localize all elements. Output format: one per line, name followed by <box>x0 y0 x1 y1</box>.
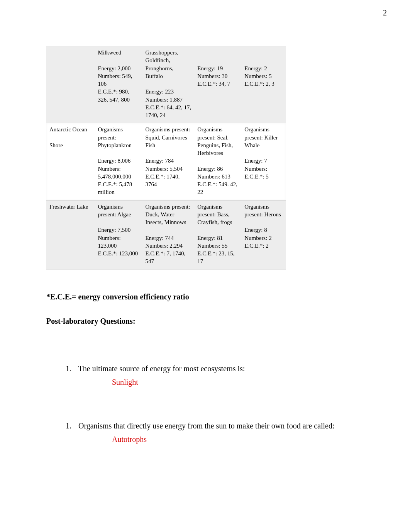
cell: Organisms present: Killer Whale Energy: … <box>244 126 283 180</box>
table-row: Antarctic Ocean Shore Organisms present:… <box>46 123 286 200</box>
table-row: Freshwater Lake Organisms present: Algae… <box>46 200 286 269</box>
list-item: 1. Organisms that directly use energy fr… <box>66 422 364 444</box>
cell: Antarctic Ocean Shore <box>49 126 91 149</box>
post-lab-heading: Post-laboratory Questions: <box>46 317 364 326</box>
footnote-text: *E.C.E.= energy conversion efficiency ra… <box>46 292 364 301</box>
question-text: The ultimate source of energy for most e… <box>78 364 245 373</box>
cell: Organisms present: Algae Energy: 7,500 N… <box>98 203 139 258</box>
list-item: 1. The ultimate source of energy for mos… <box>66 364 364 387</box>
answer-text: Autotrophs <box>112 435 364 444</box>
cell: Grasshoppers, Goldfinch, Pronghorns, Buf… <box>145 49 191 119</box>
question-text: Organisms that directly use energy from … <box>78 422 335 430</box>
cell: Organisms present: Duck, Water Insects, … <box>145 203 191 265</box>
cell: Organisms present: Seal, Penguins, Fish,… <box>197 126 238 196</box>
question-number: 1. <box>66 422 76 430</box>
cell: Energy: 2 Numbers: 5 E.C.E.*: 2, 3 <box>244 49 283 88</box>
cell: Organisms present: Squid, Carnivores Fis… <box>145 126 191 188</box>
cell: Milkweed Energy: 2,000 Numbers: 549, 106… <box>98 49 139 104</box>
questions-list: 1. The ultimate source of energy for mos… <box>66 364 364 444</box>
page-content: Milkweed Energy: 2,000 Numbers: 549, 106… <box>0 0 410 444</box>
page-number: 2 <box>383 8 387 17</box>
answer-text: Sunlight <box>112 378 364 387</box>
cell: Organisms present: Herons Energy: 8 Numb… <box>244 203 283 250</box>
cell: Organisms present: Phytoplankton Energy:… <box>98 126 139 196</box>
question-number: 1. <box>66 364 76 373</box>
cell: Energy: 19 Numbers: 30 E.C.E.*: 34, 7 <box>197 49 238 88</box>
data-table: Milkweed Energy: 2,000 Numbers: 549, 106… <box>46 46 286 269</box>
cell: Organisms present: Bass, Crayfish, frogs… <box>197 203 238 265</box>
table-row: Milkweed Energy: 2,000 Numbers: 549, 106… <box>46 46 286 123</box>
cell: Freshwater Lake <box>49 203 91 211</box>
